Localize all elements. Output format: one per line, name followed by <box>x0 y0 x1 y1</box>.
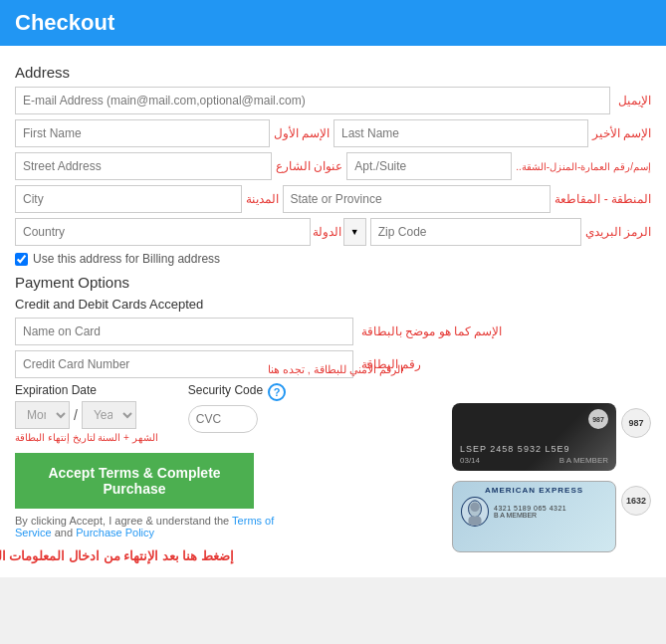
street-field[interactable] <box>15 152 272 180</box>
country-field[interactable] <box>15 218 311 246</box>
card2-cvv-badge: 1632 <box>621 486 651 516</box>
card1-number: LSEP 2458 5932 L5E9 <box>460 444 608 454</box>
card1-holder: B A MEMBER <box>559 456 608 465</box>
terms-text: By clicking Accept, I agree & understand… <box>15 515 294 538</box>
card1-date: 03/14 <box>460 456 480 465</box>
exp-label: Expiration Date <box>15 383 158 397</box>
card2-number: 4321 5189 065 4321 <box>494 505 566 512</box>
and-text: and <box>55 527 76 538</box>
lastname-arabic-label: الإسم الأخير <box>592 126 651 140</box>
state-field[interactable] <box>283 185 552 213</box>
city-field[interactable] <box>15 185 242 213</box>
payment-subtitle: Credit and Debit Cards Accepted <box>15 297 651 312</box>
billing-checkbox[interactable] <box>15 253 28 266</box>
page-title: Checkout <box>15 10 114 35</box>
checkout-header: Checkout <box>0 0 666 46</box>
state-arabic-label: المنطقة - المقاطعة <box>555 192 651 206</box>
firstname-arabic-label: الإسم الأول <box>274 126 330 140</box>
zip-arabic-label: الرمز البريدي <box>585 225 651 239</box>
amex-logo: AMERICAN EXPRESS <box>461 486 607 495</box>
svg-rect-2 <box>469 517 482 526</box>
apt-arabic-label: إسم/رقم العمارة-المنزل-الشقة.. <box>516 161 651 172</box>
street-arabic-label: عنوان الشارع <box>276 159 342 173</box>
card1-cvv-badge: 987 <box>621 408 651 438</box>
card-visual-2: AMERICAN EXPRESS 4321 5189 065 <box>452 481 616 552</box>
payment-section-title: Payment Options <box>15 274 651 291</box>
terms-prefix: By clicking Accept, I agree & understand… <box>15 515 229 527</box>
svg-point-1 <box>470 503 479 512</box>
cvc-field[interactable] <box>188 405 258 433</box>
card-visual-1: 987 LSEP 2458 5932 L5E9 03/14 B A MEMBER… <box>452 403 616 471</box>
exp-month-select[interactable]: Month 010203 040506 070809 101112 <box>15 401 70 429</box>
accept-button[interactable]: Accept Terms & Complete Purchase <box>15 453 254 509</box>
email-field[interactable] <box>15 87 610 114</box>
security-arabic-note: الرقم الأمني للبطاقة , تجده هنا <box>268 363 403 376</box>
country-arabic-label: الدولة <box>313 225 341 239</box>
exp-year-select[interactable]: Year 202420252026 2027202820292030 <box>82 401 136 429</box>
purchase-policy-link[interactable]: Purchase Policy <box>76 527 154 538</box>
firstname-field[interactable] <box>15 119 270 147</box>
lastname-field[interactable] <box>333 119 588 147</box>
address-section-title: Address <box>15 64 651 81</box>
zip-field[interactable] <box>370 218 581 246</box>
security-help-icon[interactable]: ? <box>268 383 286 401</box>
city-arabic-label: المدينة <box>246 192 279 206</box>
card-name-arabic-label: الإسم كما هو موضح بالبطاقة <box>361 324 502 338</box>
card2-holder: B A MEMBER <box>494 512 566 519</box>
email-arabic-label: الإيميل <box>618 94 651 107</box>
exp-slash: / <box>74 407 78 423</box>
security-label: Security Code <box>188 383 263 397</box>
country-dropdown-icon[interactable]: ▼ <box>343 218 366 246</box>
card-name-field[interactable] <box>15 318 353 345</box>
apt-field[interactable] <box>346 152 512 180</box>
finish-arabic-note: إضغط هنا بعد الإنتهاء من ادخال المعلومات… <box>15 546 234 567</box>
exp-arabic-label: الشهر + السنة لتاريخ إنتهاء البطاقة <box>15 432 158 443</box>
billing-label: Use this address for Billing address <box>33 252 220 266</box>
